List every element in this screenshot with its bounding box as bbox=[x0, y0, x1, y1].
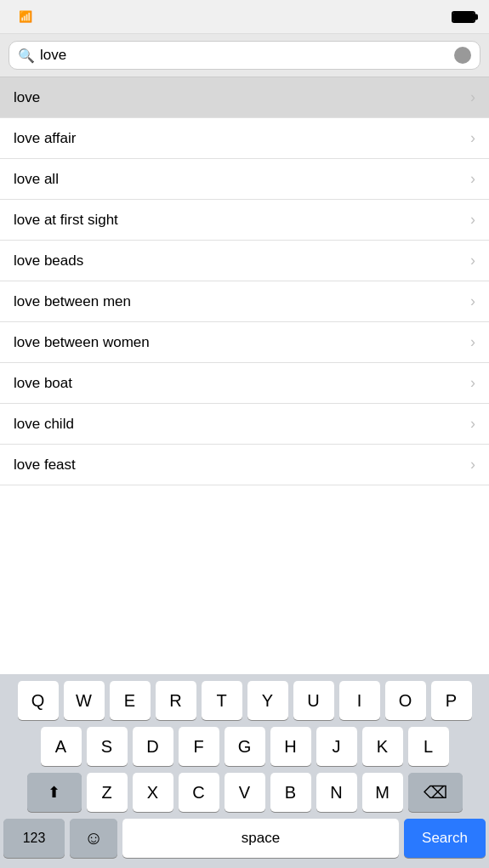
suggestion-text: love all bbox=[14, 171, 59, 188]
emoji-key[interactable]: ☺ bbox=[70, 819, 117, 858]
key-v[interactable]: V bbox=[225, 773, 265, 812]
search-input-wrapper[interactable]: 🔍 bbox=[9, 41, 480, 70]
clear-button[interactable] bbox=[454, 47, 471, 64]
shift-key[interactable]: ⬆ bbox=[27, 773, 82, 812]
wifi-icon: 📶 bbox=[19, 10, 32, 23]
suggestion-item[interactable]: love child› bbox=[0, 404, 489, 445]
key-s[interactable]: S bbox=[87, 727, 128, 766]
key-n[interactable]: N bbox=[316, 773, 357, 812]
suggestion-item[interactable]: love all› bbox=[0, 159, 489, 200]
key-e[interactable]: E bbox=[110, 681, 151, 720]
key-q[interactable]: Q bbox=[18, 681, 59, 720]
suggestion-text: love child bbox=[14, 416, 74, 433]
suggestion-item[interactable]: love at first sight› bbox=[0, 200, 489, 241]
suggestion-item[interactable]: love affair› bbox=[0, 118, 489, 159]
chevron-right-icon: › bbox=[470, 333, 475, 351]
suggestion-item[interactable]: love› bbox=[0, 77, 489, 118]
suggestion-item[interactable]: love between women› bbox=[0, 322, 489, 363]
suggestion-text: love between men bbox=[14, 293, 131, 310]
chevron-right-icon: › bbox=[470, 170, 475, 188]
key-d[interactable]: D bbox=[133, 727, 173, 766]
keyboard-row-2: ASDFGHJKL bbox=[3, 727, 486, 766]
key-j[interactable]: J bbox=[316, 727, 357, 766]
keyboard: QWERTYUIOP ASDFGHJKL ⬆ZXCVBNM⌫ 123☺space… bbox=[0, 674, 489, 868]
suggestion-text: love between women bbox=[14, 334, 150, 351]
key-t[interactable]: T bbox=[202, 681, 242, 720]
suggestion-item[interactable]: love feast› bbox=[0, 445, 489, 485]
search-icon: 🔍 bbox=[18, 48, 35, 64]
key-r[interactable]: R bbox=[156, 681, 196, 720]
chevron-right-icon: › bbox=[470, 252, 475, 269]
chevron-right-icon: › bbox=[470, 415, 475, 433]
status-battery-area bbox=[452, 11, 475, 23]
key-l[interactable]: L bbox=[408, 727, 449, 766]
keyboard-row-3: ⬆ZXCVBNM⌫ bbox=[3, 773, 486, 812]
search-key[interactable]: Search bbox=[404, 819, 486, 858]
key-u[interactable]: U bbox=[293, 681, 334, 720]
key-x[interactable]: X bbox=[133, 773, 173, 812]
suggestion-text: love bbox=[14, 89, 40, 106]
key-o[interactable]: O bbox=[385, 681, 426, 720]
shift-icon: ⬆ bbox=[48, 783, 60, 802]
chevron-right-icon: › bbox=[470, 211, 475, 229]
chevron-right-icon: › bbox=[470, 129, 475, 147]
search-bar-container: 🔍 bbox=[0, 34, 489, 77]
keyboard-row-1: QWERTYUIOP bbox=[3, 681, 486, 720]
suggestion-text: love affair bbox=[14, 130, 76, 147]
key-k[interactable]: K bbox=[362, 727, 403, 766]
delete-icon: ⌫ bbox=[424, 782, 447, 803]
status-bar: 📶 bbox=[0, 0, 489, 34]
emoji-icon: ☺ bbox=[84, 827, 103, 849]
chevron-right-icon: › bbox=[470, 292, 475, 310]
chevron-right-icon: › bbox=[470, 88, 475, 106]
suggestion-item[interactable]: love between men› bbox=[0, 281, 489, 322]
key-z[interactable]: Z bbox=[87, 773, 128, 812]
suggestion-text: love beads bbox=[14, 252, 83, 269]
suggestion-text: love at first sight bbox=[14, 212, 118, 229]
key-h[interactable]: H bbox=[270, 727, 311, 766]
keyboard-bottom-row: 123☺spaceSearch bbox=[3, 819, 486, 865]
suggestion-text: love boat bbox=[14, 375, 72, 392]
suggestions-list: love›love affair›love all›love at first … bbox=[0, 77, 489, 627]
key-p[interactable]: P bbox=[431, 681, 472, 720]
key-a[interactable]: A bbox=[41, 727, 82, 766]
suggestion-text: love feast bbox=[14, 457, 76, 474]
delete-key[interactable]: ⌫ bbox=[408, 773, 463, 812]
battery-icon bbox=[452, 11, 475, 23]
key-g[interactable]: G bbox=[225, 727, 265, 766]
key-i[interactable]: I bbox=[339, 681, 380, 720]
key-w[interactable]: W bbox=[64, 681, 105, 720]
search-input[interactable] bbox=[40, 47, 449, 64]
suggestions-area: love›love affair›love all›love at first … bbox=[0, 77, 489, 627]
key-c[interactable]: C bbox=[179, 773, 219, 812]
suggestion-item[interactable]: love boat› bbox=[0, 363, 489, 404]
suggestion-item[interactable]: love beads› bbox=[0, 241, 489, 281]
chevron-right-icon: › bbox=[470, 456, 475, 474]
chevron-right-icon: › bbox=[470, 374, 475, 392]
status-carrier: 📶 bbox=[14, 10, 32, 23]
key-m[interactable]: M bbox=[362, 773, 403, 812]
key-y[interactable]: Y bbox=[247, 681, 288, 720]
numbers-key[interactable]: 123 bbox=[3, 819, 65, 858]
key-b[interactable]: B bbox=[270, 773, 311, 812]
space-key[interactable]: space bbox=[122, 819, 399, 858]
key-f[interactable]: F bbox=[179, 727, 219, 766]
